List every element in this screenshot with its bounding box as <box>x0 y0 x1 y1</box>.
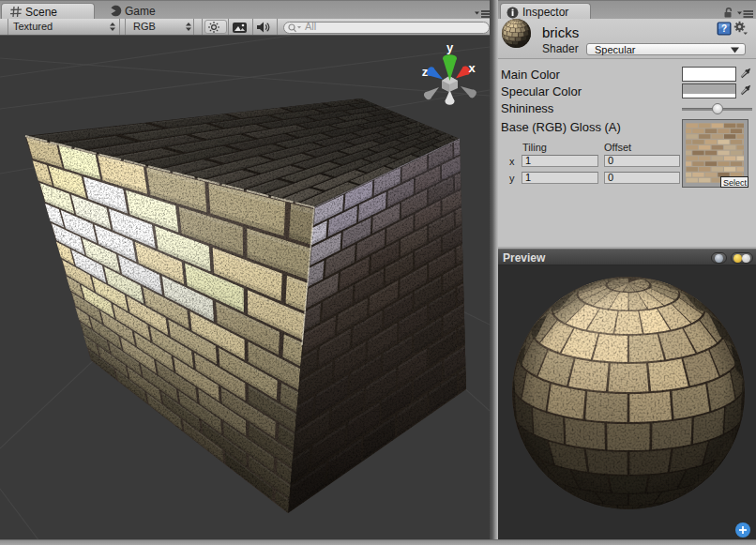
svg-text:?: ? <box>721 23 727 34</box>
svg-text:x: x <box>468 61 476 75</box>
svg-text:y: y <box>446 40 454 54</box>
svg-text:z: z <box>422 65 429 79</box>
